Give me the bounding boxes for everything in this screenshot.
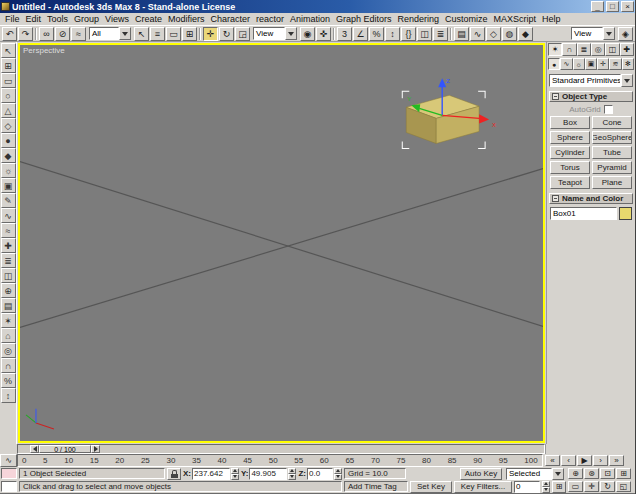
autogrid-checkbox[interactable] (604, 105, 613, 114)
left-toolbar-icon[interactable]: ⌂ (1, 328, 16, 343)
name-and-color-rollout[interactable]: Name and Color (549, 193, 633, 204)
object-color-swatch[interactable] (619, 207, 632, 220)
time-slider-thumb[interactable]: 0 / 100 (30, 445, 100, 453)
undo-icon[interactable]: ↶ (2, 27, 17, 41)
object-type-button[interactable]: Box (550, 116, 590, 129)
left-toolbar-icon[interactable]: ◆ (1, 148, 16, 163)
object-type-button[interactable]: Cone (592, 116, 632, 129)
add-time-tag[interactable]: Add Time Tag (344, 481, 408, 492)
select-rotate-icon[interactable]: ↻ (219, 27, 234, 41)
coord-x-spinner[interactable] (231, 468, 239, 480)
field-of-view-icon[interactable]: ▭ (568, 481, 583, 492)
left-toolbar-icon[interactable]: ✶ (1, 313, 16, 328)
maximize-button[interactable]: □ (606, 1, 619, 12)
object-type-button[interactable]: GeoSphere (592, 131, 632, 144)
lock-selection-toggle[interactable] (167, 468, 181, 480)
left-toolbar-icon[interactable]: % (1, 373, 16, 388)
key-selection-dropdown[interactable]: Selected (506, 468, 564, 480)
close-button[interactable]: × (621, 1, 634, 12)
left-toolbar-icon[interactable]: ◎ (1, 343, 16, 358)
chevron-down-icon[interactable] (552, 468, 564, 480)
category-systems-icon[interactable]: ✻ (622, 58, 634, 70)
maxscript-macro-recorder[interactable] (1, 468, 17, 479)
left-toolbar-icon[interactable]: ≈ (1, 223, 16, 238)
menu-maxscript[interactable]: MAXScript (491, 14, 540, 24)
gizmo-z-arrow[interactable] (438, 78, 446, 87)
object-name-input[interactable] (550, 207, 617, 220)
left-toolbar-icon[interactable]: ∿ (1, 208, 16, 223)
select-link-icon[interactable]: ∞ (39, 27, 54, 41)
current-frame-field[interactable]: 0 (514, 481, 540, 493)
next-frame-button[interactable]: › (593, 455, 608, 466)
object-type-button[interactable]: Plane (592, 176, 632, 189)
category-spacewarps-icon[interactable]: ≋ (609, 58, 621, 70)
category-cameras-icon[interactable]: ▣ (585, 58, 597, 70)
mini-curve-editor-button[interactable]: ∿ (0, 454, 17, 467)
left-toolbar-icon[interactable]: ∩ (1, 358, 16, 373)
rect-region-icon[interactable]: ▭ (166, 27, 181, 41)
coord-x-field[interactable]: 237.642 (192, 468, 230, 480)
mirror-icon[interactable]: ◫ (417, 27, 432, 41)
redo-icon[interactable]: ↷ (18, 27, 33, 41)
selection-filter-dropdown[interactable]: All (89, 27, 131, 40)
left-toolbar-icon[interactable]: ▤ (1, 298, 16, 313)
time-slider-value[interactable]: 0 / 100 (39, 445, 91, 453)
menu-reactor[interactable]: reactor (253, 14, 287, 24)
left-toolbar-icon[interactable]: ↖ (1, 43, 16, 58)
menu-help[interactable]: Help (539, 14, 564, 24)
category-lights-icon[interactable]: ☼ (573, 58, 585, 70)
category-geometry-icon[interactable]: ● (548, 58, 560, 70)
auto-key-button[interactable]: Auto Key (460, 468, 502, 480)
minimize-button[interactable]: _ (591, 1, 604, 12)
go-to-end-button[interactable]: » (609, 455, 624, 466)
select-by-name-icon[interactable]: ≡ (150, 27, 165, 41)
spinner-snap-icon[interactable]: ↕ (385, 27, 400, 41)
min-max-toggle-icon[interactable]: ◱ (616, 481, 631, 492)
key-filters-button[interactable]: Key Filters... (454, 481, 512, 493)
menu-group[interactable]: Group (71, 14, 102, 24)
menu-views[interactable]: Views (102, 14, 132, 24)
tab-display[interactable]: ◫ (605, 43, 619, 56)
window-crossing-icon[interactable]: ⊞ (182, 27, 197, 41)
zoom-extents-icon[interactable]: ⊡ (600, 468, 615, 479)
left-toolbar-icon[interactable]: ✎ (1, 193, 16, 208)
coord-y-field[interactable]: 49.905 (249, 468, 287, 480)
tab-utilities[interactable]: ✚ (620, 43, 634, 56)
left-toolbar-icon[interactable]: △ (1, 103, 16, 118)
object-type-button[interactable]: Torus (550, 161, 590, 174)
key-mode-toggle[interactable]: ⊞ (552, 481, 566, 493)
select-manipulate-icon[interactable]: ✜ (316, 27, 331, 41)
coord-system-dropdown[interactable]: View (253, 27, 297, 40)
percent-snap-icon[interactable]: % (369, 27, 384, 41)
object-type-button[interactable]: Teapot (550, 176, 590, 189)
menu-file[interactable]: File (2, 14, 23, 24)
chevron-down-icon[interactable] (621, 74, 633, 87)
chevron-down-icon[interactable] (603, 27, 615, 40)
menu-character[interactable]: Character (207, 14, 253, 24)
viewport-label[interactable]: Perspective (23, 46, 65, 55)
maxscript-mini-listener[interactable] (1, 481, 17, 492)
current-frame-spinner[interactable] (542, 481, 550, 493)
menu-create[interactable]: Create (132, 14, 165, 24)
primitives-dropdown[interactable]: Standard Primitives (549, 74, 633, 87)
left-toolbar-icon[interactable]: ↕ (1, 388, 16, 403)
left-toolbar-icon[interactable]: ▣ (1, 178, 16, 193)
left-toolbar-icon[interactable]: ⊕ (1, 283, 16, 298)
left-toolbar-icon[interactable]: ✚ (1, 238, 16, 253)
tab-modify[interactable]: ∩ (562, 43, 576, 56)
menu-animation[interactable]: Animation (287, 14, 333, 24)
unlink-icon[interactable]: ⊘ (55, 27, 70, 41)
coord-y-spinner[interactable] (288, 468, 296, 480)
zoom-icon[interactable]: ⊕ (568, 468, 583, 479)
tab-create[interactable]: ✶ (548, 43, 562, 56)
play-button[interactable]: ▶ (577, 455, 592, 466)
menu-rendering[interactable]: Rendering (395, 14, 443, 24)
zoom-extents-all-icon[interactable]: ⊞ (616, 468, 631, 479)
next-frame-arrow-icon[interactable] (91, 445, 100, 453)
left-toolbar-icon[interactable]: ⊞ (1, 58, 16, 73)
arc-rotate-icon[interactable]: ↻ (600, 481, 615, 492)
left-toolbar-icon[interactable]: ◫ (1, 268, 16, 283)
left-toolbar-icon[interactable]: ≣ (1, 253, 16, 268)
pan-icon[interactable]: ✛ (584, 481, 599, 492)
chevron-down-icon[interactable] (119, 27, 131, 40)
